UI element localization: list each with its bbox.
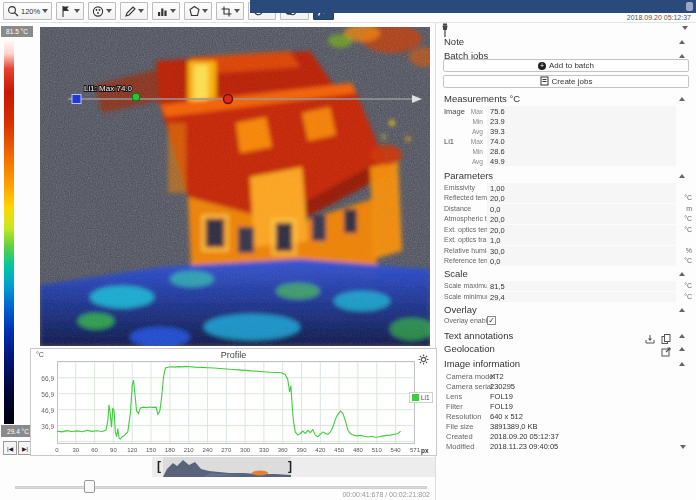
collapse-arrow-icon[interactable] bbox=[679, 54, 685, 58]
prev-frame-button[interactable]: |◀ bbox=[3, 441, 17, 455]
zoom-button[interactable]: 120% bbox=[3, 2, 52, 20]
info-label: Lens bbox=[446, 392, 462, 401]
section-title: Parameters bbox=[444, 170, 493, 181]
parameter-value-field[interactable]: 0,0 bbox=[487, 204, 676, 214]
profile-plot-area[interactable] bbox=[57, 361, 415, 444]
section-scale[interactable]: Scale bbox=[437, 267, 693, 280]
panel-scroll-down-button[interactable] bbox=[680, 445, 686, 449]
zoom-icon bbox=[7, 5, 19, 17]
section-title: Overlay bbox=[444, 304, 477, 315]
section-note[interactable]: Note bbox=[437, 35, 693, 48]
range-bracket-right[interactable]: ] bbox=[288, 459, 292, 473]
add-to-batch-button[interactable]: + Add to batch bbox=[443, 59, 689, 72]
toolbar-divider bbox=[0, 22, 696, 23]
measurement-name: Li1 bbox=[444, 137, 454, 146]
collapse-arrow-icon[interactable] bbox=[679, 40, 685, 44]
timeline-selection-bar[interactable] bbox=[250, 0, 696, 13]
x-tick-label: 60 bbox=[87, 447, 103, 453]
measurement-name: Image bbox=[444, 107, 465, 116]
parameter-unit: °C bbox=[684, 257, 692, 264]
parameter-value-field[interactable]: 30,0 bbox=[487, 246, 676, 256]
chevron-down-icon bbox=[74, 9, 80, 13]
x-tick-label: 270 bbox=[218, 447, 234, 453]
scale-value-field[interactable]: 29,4 bbox=[487, 292, 676, 302]
collapse-arrow-icon[interactable] bbox=[679, 362, 685, 366]
x-tick-label: 540 bbox=[388, 447, 404, 453]
parameter-value-field[interactable]: 20,0 bbox=[487, 225, 676, 235]
scale-row: Scale maximum81,5°C bbox=[440, 281, 694, 291]
collapse-arrow-icon[interactable] bbox=[679, 347, 685, 351]
info-value: 2018.11.23 09:40:05 bbox=[490, 442, 558, 451]
parameter-label: Emissivity bbox=[444, 184, 475, 191]
info-label: Camera serial bbox=[446, 382, 493, 391]
info-value: FOL19 bbox=[490, 392, 513, 401]
x-tick-label: 30 bbox=[68, 447, 84, 453]
collapse-arrow-icon[interactable] bbox=[679, 308, 685, 312]
measurement-row: Min28.6 bbox=[440, 146, 694, 156]
section-measurements[interactable]: Measurements °C bbox=[437, 92, 693, 105]
chevron-down-icon bbox=[202, 9, 208, 13]
scale-max-label: 81.5 °C bbox=[1, 26, 33, 37]
stat-value: 74.0 bbox=[487, 136, 676, 146]
y-tick-label: 66,9 bbox=[32, 375, 54, 382]
chevron-down-icon bbox=[138, 9, 144, 13]
chevron-down-icon bbox=[234, 9, 240, 13]
pen-icon bbox=[124, 5, 136, 18]
scale-value-field[interactable]: 81,5 bbox=[487, 281, 676, 291]
info-row: LensFOL19 bbox=[440, 391, 694, 401]
button-label: Create jobs bbox=[552, 77, 593, 86]
histogram-tool-button[interactable] bbox=[152, 2, 180, 20]
parameter-value-field[interactable]: 1,0 bbox=[487, 235, 676, 245]
palette-icon bbox=[92, 5, 104, 18]
section-geolocation[interactable]: Geolocation bbox=[437, 342, 693, 355]
overlay-enabled-row: Overlay enabled ✓ bbox=[440, 316, 694, 326]
measurement-row: Avg39.3 bbox=[440, 126, 694, 136]
palette-tool-button[interactable] bbox=[88, 2, 116, 20]
pen-tool-button[interactable] bbox=[120, 2, 148, 20]
polygon-tool-button[interactable] bbox=[184, 2, 212, 20]
parameter-value-field[interactable]: 0,0 bbox=[487, 256, 676, 266]
parameter-value-field[interactable]: 1,00 bbox=[487, 183, 676, 193]
li1-min-marker[interactable] bbox=[72, 95, 81, 104]
chart-settings-gear-icon[interactable] bbox=[418, 351, 429, 369]
x-tick-label: 300 bbox=[237, 447, 253, 453]
crop-tool-button[interactable] bbox=[216, 2, 244, 20]
range-bracket-left[interactable]: [ bbox=[157, 459, 161, 473]
section-overlay[interactable]: Overlay bbox=[437, 303, 693, 316]
parameter-row: Distance0,0m bbox=[440, 204, 694, 214]
create-jobs-button[interactable]: Create jobs bbox=[443, 75, 689, 88]
chart-legend: Li1 bbox=[409, 392, 433, 403]
section-title: Text annotations bbox=[444, 330, 513, 341]
marker-flag-icon bbox=[60, 5, 72, 18]
collapse-arrow-icon[interactable] bbox=[679, 174, 685, 178]
info-value: 230295 bbox=[490, 382, 515, 391]
spot-marker[interactable] bbox=[224, 95, 233, 104]
section-parameters[interactable]: Parameters bbox=[437, 169, 693, 182]
timeline-slider-handle[interactable] bbox=[84, 480, 95, 493]
overlay-enabled-checkbox[interactable]: ✓ bbox=[487, 316, 496, 325]
stat-value: 39.3 bbox=[487, 126, 676, 136]
info-label: Filter bbox=[446, 402, 463, 411]
collapse-arrow-icon[interactable] bbox=[679, 272, 685, 276]
zoom-value: 120% bbox=[21, 7, 40, 16]
parameter-value-field[interactable]: 20,0 bbox=[487, 214, 676, 224]
video-filmstrip[interactable]: [ ] bbox=[152, 457, 435, 477]
timeline-notch[interactable] bbox=[686, 2, 693, 11]
x-tick-label: 480 bbox=[350, 447, 366, 453]
section-text-annotations[interactable]: Text annotations bbox=[437, 329, 693, 342]
x-tick-label: 120 bbox=[124, 447, 140, 453]
li1-max-marker[interactable] bbox=[132, 93, 140, 101]
panel-collapse-button[interactable] bbox=[682, 26, 688, 30]
parameter-row: Emissivity1,00 bbox=[440, 183, 694, 193]
x-tick-label: 390 bbox=[294, 447, 310, 453]
thermal-image-canvas[interactable]: Li1: Max 74.0 bbox=[40, 27, 430, 346]
collapse-arrow-icon[interactable] bbox=[679, 334, 685, 338]
measurement-row: ImageMax75.6 bbox=[440, 106, 694, 116]
parameter-value-field[interactable]: 20,0 bbox=[487, 193, 676, 203]
section-image-information[interactable]: Image information bbox=[437, 357, 693, 370]
timeline-slider-track[interactable] bbox=[15, 486, 427, 489]
collapse-arrow-icon[interactable] bbox=[679, 97, 685, 101]
stat-label: Max bbox=[466, 108, 483, 115]
temperature-scale-gradient[interactable] bbox=[4, 38, 14, 424]
marker-tool-button[interactable] bbox=[56, 2, 84, 20]
